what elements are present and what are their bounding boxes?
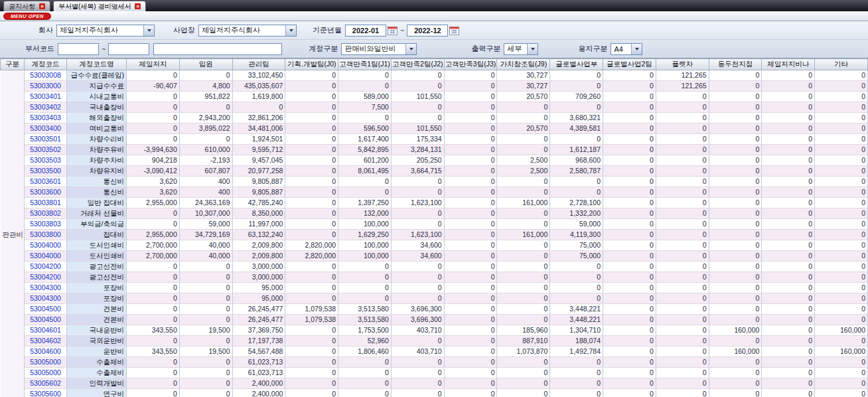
calendar-icon[interactable] <box>449 26 459 35</box>
amount-cell: 0 <box>497 262 550 272</box>
table-row[interactable]: 53004600운반비343,55019,50054,567,48801,806… <box>1 347 868 357</box>
table-row[interactable]: 53003503차량주차비904,218-2,1939,457,0450601,… <box>1 155 868 166</box>
column-header-6[interactable]: 기획.개발팀(J0) <box>285 59 338 70</box>
amount-cell: 0 <box>815 262 868 272</box>
amount-cell: 0 <box>656 283 709 293</box>
period-to-input[interactable] <box>407 25 448 37</box>
amount-cell: 0 <box>709 272 762 283</box>
output-select[interactable]: 세부 <box>504 43 538 55</box>
dept-name-field[interactable] <box>153 43 282 55</box>
amount-cell: 0 <box>550 283 603 293</box>
account-code: 53005000 <box>25 368 67 378</box>
tab-notice-label: 공지사항 <box>9 2 35 11</box>
column-header-3[interactable]: 제일저지 <box>127 59 180 70</box>
account-name: 광고선전비 <box>67 272 127 283</box>
amount-cell: 37,369,750 <box>232 325 285 336</box>
table-row[interactable]: 53003403해외출장비02,943,20032,861,206000003,… <box>1 113 868 123</box>
table-row[interactable]: 53004300포장비0095,00000000000000 <box>1 293 868 304</box>
column-header-15[interactable]: 제일저지비나 <box>762 59 815 70</box>
menu-strip: MENU OPEN <box>0 11 868 21</box>
table-row[interactable]: 53003601통신비3,6204009,805,88700000000000 <box>1 177 868 187</box>
table-row[interactable]: 53003800접대비2,955,00034,729,16963,132,240… <box>1 230 868 240</box>
chevron-down-icon[interactable] <box>285 25 296 36</box>
close-icon[interactable]: × <box>39 3 45 9</box>
table-row[interactable]: 53004500견본비0026,245,4771,079,5383,513,58… <box>1 315 868 325</box>
table-row[interactable]: 53004601국내운반비343,55019,50037,369,75001,7… <box>1 325 868 336</box>
account-type-select[interactable]: 판매비와일반비 <box>341 43 417 55</box>
table-row[interactable]: 53005000수출제비0061,023,71300000000000 <box>1 368 868 378</box>
tab-expense-report[interactable]: 부서별(세목) 경비명세서 × <box>53 1 146 11</box>
table-row[interactable]: 53003401시내교통비0951,8221,619,8000589,00010… <box>1 92 868 102</box>
table-row[interactable]: 53003400여비교통비03,895,02234,481,0060596,50… <box>1 123 868 134</box>
column-header-16[interactable]: 기타 <box>815 59 868 70</box>
amount-cell: 709,260 <box>550 92 603 102</box>
close-icon[interactable]: × <box>135 3 141 9</box>
table-row[interactable]: 53003000지급수수료-90,4074,800435,035,6070000… <box>1 81 868 92</box>
column-header-5[interactable]: 관리팀 <box>232 59 285 70</box>
amount-cell: 0 <box>762 293 815 304</box>
table-row[interactable]: 53003502차량주유비-3,994,630610,0009,595,7120… <box>1 145 868 155</box>
table-row[interactable]: 53004000도서인쇄비2,700,00040,0002,009,8002,8… <box>1 240 868 251</box>
menu-open-button[interactable]: MENU OPEN <box>3 13 51 20</box>
column-header-10[interactable]: 가치창조팀(J9) <box>497 59 550 70</box>
table-row[interactable]: 53003402국내출장비00007,500000000000 <box>1 102 868 113</box>
amount-cell: 0 <box>285 230 338 240</box>
table-row[interactable]: 53003600통신비3,6204009,805,88700000000000 <box>1 187 868 198</box>
table-row[interactable]: 판관비53003008급수수료(클레임)0033,102,450000030,7… <box>1 70 868 81</box>
site-select[interactable]: 제일저지주식회사 <box>198 25 297 37</box>
amount-cell: 403,710 <box>391 325 444 336</box>
table-row[interactable]: 53005602인력개발비002,400,00000000000000 <box>1 378 868 389</box>
chevron-down-icon[interactable] <box>143 25 154 36</box>
table-row[interactable]: 53004200광고선전비003,000,00000000000000 <box>1 262 868 272</box>
table-row[interactable]: 53004602국외운반비0017,197,738052,96000887,91… <box>1 336 868 347</box>
column-header-12[interactable]: 글로벌사업2팀 <box>603 59 656 70</box>
amount-cell: 0 <box>179 304 232 315</box>
amount-cell: 161,000 <box>497 230 550 240</box>
period-from-input[interactable] <box>345 25 386 37</box>
column-header-14[interactable]: 동두천지점 <box>709 59 762 70</box>
table-row[interactable]: 53004500견본비0026,245,4771,079,5383,513,58… <box>1 304 868 315</box>
column-header-2[interactable]: 계정코드명 <box>67 59 127 70</box>
column-header-11[interactable]: 글로벌사업부 <box>550 59 603 70</box>
amount-cell: 0 <box>285 187 338 198</box>
column-header-13[interactable]: 플렛차 <box>656 59 709 70</box>
table-row[interactable]: 53003802거래처 선물비010,307,0008,350,0000132,… <box>1 208 868 219</box>
amount-cell: 0 <box>709 283 762 293</box>
amount-cell: 0 <box>603 283 656 293</box>
dept-to-input[interactable] <box>108 43 149 55</box>
amount-cell: 0 <box>762 219 815 230</box>
table-row[interactable]: 53003801일반 접대비2,955,00024,363,16942,785,… <box>1 198 868 208</box>
column-header-4[interactable]: 임원 <box>179 59 232 70</box>
tab-notice[interactable]: 공지사항 × <box>3 1 50 11</box>
column-header-7[interactable]: 고객만족1팀(J1) <box>338 59 392 70</box>
amount-cell: 1,079,538 <box>285 315 338 325</box>
table-row[interactable]: 53003501차량수리비001,924,50101,617,400175,33… <box>1 134 868 145</box>
table-row[interactable]: 53004300포장비0095,00000000000000 <box>1 283 868 293</box>
table-row[interactable]: 53003500차량유지비-3,090,412607,80720,977,258… <box>1 166 868 177</box>
company-select[interactable]: 제일저지주식회사 <box>56 25 155 37</box>
chevron-down-icon[interactable] <box>631 44 642 54</box>
table-row[interactable]: 53005000수출제비0061,023,71300000000000 <box>1 357 868 368</box>
amount-cell: 1,617,400 <box>338 134 392 145</box>
table-row[interactable]: 53004000도서인쇄비2,700,00040,0002,009,8002,8… <box>1 251 868 262</box>
calendar-icon[interactable] <box>388 26 398 35</box>
column-header-9[interactable]: 고객만족3팀(J3) <box>444 59 497 70</box>
dept-from-input[interactable] <box>58 43 99 55</box>
amount-cell: 0 <box>497 208 550 219</box>
filter-panel: 회사 제일저지주식회사 사업장 제일저지주식회사 기준년월 ~ 부서코드 ~ 계… <box>0 21 868 58</box>
amount-cell: 61,023,713 <box>232 357 285 368</box>
chevron-down-icon[interactable] <box>405 44 416 54</box>
paper-select[interactable]: A4 <box>611 43 642 55</box>
amount-cell: 0 <box>444 123 497 134</box>
chevron-down-icon[interactable] <box>527 44 538 54</box>
amount-cell: 0 <box>285 123 338 134</box>
column-header-8[interactable]: 고객만족2팀(J2) <box>391 59 444 70</box>
table-row[interactable]: 53004200광고선전비003,000,00000000000000 <box>1 272 868 283</box>
table-row[interactable]: 53003803부의금/축의금059,00011,997,0000100,000… <box>1 219 868 230</box>
amount-cell: 34,600 <box>391 240 444 251</box>
table-row[interactable]: 53005600연구비002,400,00000000000000 <box>1 389 868 397</box>
column-header-0[interactable]: 구분 <box>1 59 25 70</box>
amount-cell: 0 <box>338 293 392 304</box>
account-code: 53004000 <box>25 251 67 262</box>
column-header-1[interactable]: 계정코드 <box>25 59 67 70</box>
